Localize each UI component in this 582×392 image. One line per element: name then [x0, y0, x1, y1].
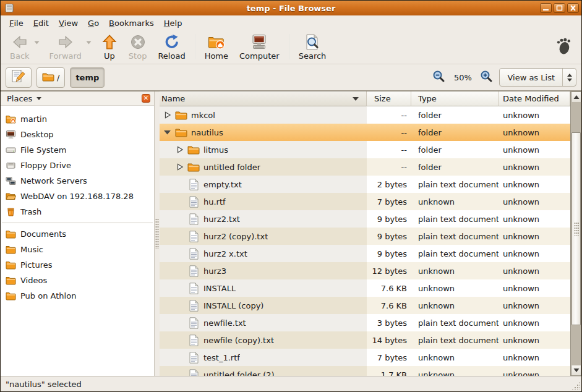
- reload-button[interactable]: Reload: [152, 32, 190, 62]
- sidebar-item-pictures[interactable]: Pictures: [1, 257, 154, 273]
- file-row-nautilus[interactable]: nautilus--folderunknown: [160, 124, 570, 141]
- toolbar-button-label: Stop: [129, 51, 147, 61]
- edit-location-button[interactable]: [6, 67, 32, 88]
- file-row-test-1-rtf[interactable]: test_1.rtf7 bytesunknownunknown: [160, 349, 570, 366]
- path-button-root[interactable]: /: [36, 67, 65, 88]
- back-button[interactable]: Back: [4, 32, 35, 62]
- menu-item-edit[interactable]: Edit: [28, 15, 54, 30]
- cell-size: 12 bytes: [367, 262, 411, 279]
- minimize-button[interactable]: [540, 3, 552, 13]
- sidebar-close-button[interactable]: ✕: [142, 94, 150, 103]
- cell-date-modified: unknown: [499, 124, 570, 141]
- sidebar-item-webdav-on-192-168-178-28[interactable]: WebDAV on 192.168.178.28: [1, 189, 154, 204]
- file-row-hu-rtf[interactable]: hu.rtf7 bytesunknownunknown: [160, 193, 570, 210]
- file-name-label: hurz3: [203, 266, 226, 276]
- sidebar-item-documents[interactable]: Documents: [1, 226, 154, 242]
- sidebar-header: Places ✕: [1, 92, 154, 106]
- zoom-out-button[interactable]: [432, 70, 445, 85]
- sidebar-item-file-system[interactable]: File System: [1, 142, 154, 158]
- cell-type: folder: [411, 141, 499, 158]
- cell-name: INSTALL (copy): [160, 297, 367, 314]
- file-row-empty-txt[interactable]: empty.txt2 bytesplain text documentunkno…: [160, 176, 570, 193]
- expander-collapsed-icon[interactable]: [163, 111, 171, 119]
- sidebar-item-label: Pub on Athlon: [20, 291, 76, 300]
- cell-name: mkcol: [160, 106, 367, 124]
- minimize-icon: [542, 5, 549, 11]
- file-name-label: untitled folder (2): [203, 370, 275, 377]
- list-body: mkcol--folderunknownnautilus--folderunkn…: [160, 106, 570, 376]
- titlebar[interactable]: temp - File Browser: [1, 1, 581, 15]
- pane-divider[interactable]: [155, 92, 160, 376]
- trash-icon: [6, 207, 16, 217]
- computer-button[interactable]: Computer: [234, 32, 285, 62]
- sidebar-item-martin[interactable]: martin: [1, 111, 154, 127]
- cell-name: newfile.txt: [160, 314, 367, 331]
- vertical-scrollbar[interactable]: [570, 92, 581, 376]
- file-row-install[interactable]: INSTALL7.6 KBunknownunknown: [160, 279, 570, 297]
- sidebar-item-pub-on-athlon[interactable]: Pub on Athlon: [1, 288, 154, 304]
- file-row-hurz2-x-txt[interactable]: hurz2 x.txt9 bytesplain text documentunk…: [160, 245, 570, 262]
- column-header-name[interactable]: Name: [160, 92, 367, 106]
- home-icon: [208, 33, 225, 51]
- places-dropdown[interactable]: Places: [7, 94, 32, 103]
- sidebar-item-floppy-drive[interactable]: Floppy Drive: [1, 158, 154, 173]
- text-file-icon: [187, 334, 200, 346]
- window-resize-grip[interactable]: [571, 381, 580, 390]
- sidebar-item-label: Network Servers: [20, 176, 87, 185]
- list-header-row: NameSizeTypeDate Modified: [160, 92, 570, 106]
- path-button-temp[interactable]: temp: [70, 67, 105, 88]
- sidebar-item-desktop[interactable]: Desktop: [1, 127, 154, 142]
- cell-date-modified: unknown: [499, 158, 570, 176]
- cell-name: hurz3: [160, 262, 367, 279]
- stop-button[interactable]: Stop: [123, 32, 153, 62]
- expander-collapsed-icon[interactable]: [176, 146, 184, 154]
- expander-placeholder: [176, 250, 184, 258]
- view-mode-combo[interactable]: View as List: [499, 68, 576, 87]
- expander-expanded-icon[interactable]: [163, 129, 171, 137]
- sidebar-item-trash[interactable]: Trash: [1, 204, 154, 219]
- file-row-newfile-copy-txt[interactable]: newfile (copy).txt14 bytesplain text doc…: [160, 331, 570, 349]
- cell-date-modified: unknown: [499, 262, 570, 279]
- sidebar-item-music[interactable]: Music: [1, 242, 154, 257]
- cell-size: --: [367, 158, 411, 176]
- edit-location-icon: [11, 69, 26, 85]
- cell-size: 9 bytes: [367, 245, 411, 262]
- file-row-hurz2-txt[interactable]: hurz2.txt9 bytesplain text documentunkno…: [160, 210, 570, 228]
- file-row-mkcol[interactable]: mkcol--folderunknown: [160, 106, 570, 124]
- scroll-up-button[interactable]: [571, 92, 581, 102]
- file-row-litmus[interactable]: litmus--folderunknown: [160, 141, 570, 158]
- file-row-untitled-folder[interactable]: untitled folder--folderunknown: [160, 158, 570, 176]
- home-button[interactable]: Home: [199, 32, 234, 62]
- folder-icon: [175, 126, 187, 138]
- search-button[interactable]: Search: [293, 32, 332, 62]
- scroll-down-button[interactable]: [571, 365, 581, 376]
- menu-item-go[interactable]: Go: [83, 15, 104, 30]
- file-row-hurz3[interactable]: hurz312 bytesunknownunknown: [160, 262, 570, 279]
- file-row-hurz2-copy-txt[interactable]: hurz2 (copy).txt9 bytesplain text docume…: [160, 228, 570, 245]
- close-button[interactable]: [567, 3, 579, 13]
- zoom-in-button[interactable]: [480, 70, 493, 85]
- forward-button[interactable]: Forward: [44, 32, 87, 62]
- cell-date-modified: unknown: [499, 279, 570, 297]
- sidebar-item-videos[interactable]: Videos: [1, 273, 154, 288]
- up-button[interactable]: Up: [96, 32, 123, 62]
- expander-collapsed-icon[interactable]: [176, 163, 184, 171]
- sidebar-item-network-servers[interactable]: Network Servers: [1, 173, 154, 189]
- column-header-type[interactable]: Type: [411, 92, 499, 106]
- menu-item-file[interactable]: File: [4, 15, 28, 30]
- maximize-button[interactable]: [554, 3, 565, 13]
- file-row-untitled-folder-2-[interactable]: untitled folder (2)1.7 KBunknownunknown: [160, 366, 570, 376]
- column-header-size[interactable]: Size: [367, 92, 411, 106]
- sidebar-item-label: Videos: [20, 276, 47, 285]
- menu-item-view[interactable]: View: [54, 15, 83, 30]
- folder-root-icon: [42, 72, 54, 83]
- scrollbar-thumb[interactable]: [571, 132, 581, 325]
- column-header-date-modified[interactable]: Date Modified: [499, 92, 570, 106]
- cell-date-modified: unknown: [499, 228, 570, 245]
- cell-size: 7 bytes: [367, 193, 411, 210]
- file-name-label: hurz2 x.txt: [203, 249, 247, 258]
- file-row-newfile-txt[interactable]: newfile.txt3 bytesplain text documentunk…: [160, 314, 570, 331]
- file-row-install-copy-[interactable]: INSTALL (copy)7.6 KBunknownunknown: [160, 297, 570, 314]
- menu-item-bookmarks[interactable]: Bookmarks: [104, 15, 159, 30]
- menu-item-help[interactable]: Help: [159, 15, 187, 30]
